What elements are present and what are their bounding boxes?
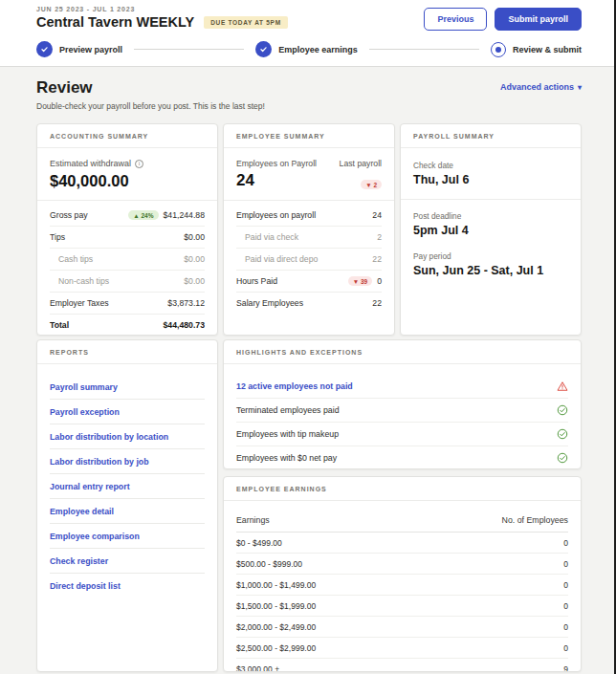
employee-summary-card: EMPLOYEE SUMMARY Employees on Payroll 24… (223, 123, 395, 336)
earnings-range: $2,500.00 - $2,999.00 (236, 643, 316, 653)
step-label: Preview payroll (59, 45, 122, 54)
earnings-row: $0 - $499.000 (236, 533, 568, 554)
report-link-labor-distribution-by-job[interactable]: Labor distribution by job (50, 449, 205, 474)
highlight-row: Employees with tip makeup (236, 423, 568, 446)
estimated-withdrawal-value: $40,000.00 (50, 172, 205, 190)
row-value: $41,244.88 (164, 210, 205, 220)
stepper-step-review-submit[interactable]: Review & submit (491, 42, 582, 57)
highlights-rows: 12 active employees not paidTerminated e… (224, 364, 581, 469)
row-value: 22 (372, 298, 382, 308)
employee-summary-title: EMPLOYEE SUMMARY (224, 124, 394, 148)
stepper-step-employee-earnings[interactable]: Employee earnings (255, 41, 358, 57)
page-title: Central Tavern WEEKLY (36, 14, 194, 30)
highlight-row: 12 active employees not paid (236, 375, 568, 399)
earnings-range: $3,000.00 + (236, 664, 279, 673)
report-link-payroll-exception[interactable]: Payroll exception (50, 400, 205, 424)
summary-row: Salary Employees22 (236, 293, 382, 314)
stepper-step-preview-payroll[interactable]: Preview payroll (36, 41, 122, 57)
row-value: 24 (372, 210, 382, 220)
highlights-title: HIGHLIGHTS AND EXCEPTIONS (224, 340, 581, 364)
reports-card: REPORTS Payroll summaryPayroll exception… (36, 339, 218, 672)
summary-row: Hours Paid▼ 390 (236, 271, 382, 293)
employee-count: 9 (563, 664, 568, 673)
payroll-summary-title: PAYROLL SUMMARY (401, 124, 581, 148)
divider (37, 200, 217, 201)
payroll-summary-card: PAYROLL SUMMARY Check date Thu, Jul 6 Po… (400, 123, 582, 336)
employees-on-payroll-count: 24 (236, 171, 317, 190)
post-deadline-value: 5pm Jul 4 (413, 224, 568, 237)
step-complete-check-icon (36, 41, 53, 57)
earnings-range: $1,000.00 - $1,499.00 (236, 580, 316, 590)
row-label: Tips (50, 232, 65, 242)
summary-row: Total$44,480.73 (50, 315, 205, 336)
highlight-label: Employees with $0 net pay (236, 453, 337, 463)
summary-row: Gross pay▲ 24%$41,244.88 (50, 205, 205, 227)
row-label: Gross pay (50, 210, 88, 220)
row-label: Cash tips (50, 254, 93, 264)
earnings-column-header: Earnings (236, 515, 270, 525)
stepper-connector (134, 49, 244, 50)
estimated-withdrawal-label: Estimated withdrawal (50, 159, 131, 168)
last-payroll-label: Last payroll (340, 159, 382, 168)
step-current-icon (491, 42, 506, 57)
earnings-row: $1,000.00 - $1,499.000 (236, 575, 568, 596)
row-value: $0.00 (184, 232, 205, 242)
employee-count: 0 (563, 622, 568, 632)
accounting-summary-card: ACCOUNTING SUMMARY Estimated withdrawal … (36, 123, 218, 336)
post-deadline-label: Post deadline (413, 211, 568, 221)
employee-count: 0 (563, 538, 568, 548)
success-check-icon (557, 452, 568, 464)
step-complete-check-icon (255, 41, 272, 57)
highlight-link[interactable]: 12 active employees not paid (236, 381, 353, 391)
submit-payroll-button[interactable]: Submit payroll (495, 8, 582, 31)
report-link-payroll-summary[interactable]: Payroll summary (50, 375, 205, 400)
earnings-row: $2,500.00 - $2,999.000 (236, 638, 568, 659)
earnings-row: $500.00 - $999.000 (236, 554, 568, 575)
previous-button[interactable]: Previous (424, 8, 487, 31)
row-label: Employer Taxes (50, 298, 109, 308)
earnings-range: $1,500.00 - $1,999.00 (236, 601, 316, 611)
earnings-rows: $0 - $499.000$500.00 - $999.000$1,000.00… (236, 533, 568, 672)
page-header: JUN 25 2023 - JUL 1 2023 Central Tavern … (0, 0, 616, 67)
main-content: Review Advanced actions▾ Double-check yo… (0, 67, 616, 672)
summary-row: Paid via direct depo22 (236, 249, 382, 271)
review-subtitle: Double-check your payroll before you pos… (36, 101, 582, 111)
advanced-actions-dropdown[interactable]: Advanced actions▾ (500, 82, 582, 92)
report-link-employee-comparison[interactable]: Employee comparison (50, 524, 205, 549)
step-label: Employee earnings (278, 45, 358, 54)
row-label: Paid via direct depo (236, 254, 318, 264)
check-date-value: Thu, Jul 6 (413, 173, 568, 186)
row-label: Paid via check (236, 232, 298, 242)
report-links: Payroll summaryPayroll exceptionLabor di… (37, 364, 217, 608)
earnings-row: $3,000.00 +9 (236, 659, 568, 672)
row-value: $3,873.12 (167, 298, 205, 308)
report-link-direct-deposit-list[interactable]: Direct deposit list (50, 574, 205, 598)
report-link-journal-entry-report[interactable]: Journal entry report (50, 474, 205, 499)
info-icon[interactable]: i (135, 160, 143, 168)
accounting-summary-title: ACCOUNTING SUMMARY (37, 124, 217, 148)
due-badge: DUE TODAY AT 5PM (204, 16, 288, 29)
success-check-icon (557, 404, 568, 416)
report-link-check-register[interactable]: Check register (50, 549, 205, 574)
review-heading: Review (36, 78, 93, 98)
row-label: Non-cash tips (50, 276, 109, 286)
employee-count: 0 (563, 580, 568, 590)
row-value: $44,480.73 (164, 320, 205, 330)
highlights-card: HIGHLIGHTS AND EXCEPTIONS 12 active empl… (223, 339, 582, 469)
report-link-employee-detail[interactable]: Employee detail (50, 499, 205, 524)
summary-row: Employer Taxes$3,873.12 (50, 293, 205, 315)
employee-count: 0 (563, 643, 568, 653)
employee-rows: Employees on payroll24Paid via check2Pai… (236, 205, 382, 314)
chevron-down-icon: ▾ (578, 83, 582, 92)
employees-on-payroll-label: Employees on Payroll (236, 159, 317, 168)
employee-count: 0 (563, 601, 568, 611)
delta-badge: ▲ 24% (128, 210, 158, 220)
row-label: Employees on payroll (236, 210, 316, 220)
earnings-range: $2,000.00 - $2,499.00 (236, 622, 316, 632)
accounting-rows: Gross pay▲ 24%$41,244.88Tips$0.00Cash ti… (50, 205, 205, 336)
step-label: Review & submit (513, 45, 582, 54)
pay-period-value: Sun, Jun 25 - Sat, Jul 1 (413, 264, 568, 277)
highlight-label: Employees with tip makeup (236, 429, 339, 439)
report-link-labor-distribution-by-location[interactable]: Labor distribution by location (50, 424, 205, 449)
row-value: $0.00 (184, 254, 205, 264)
